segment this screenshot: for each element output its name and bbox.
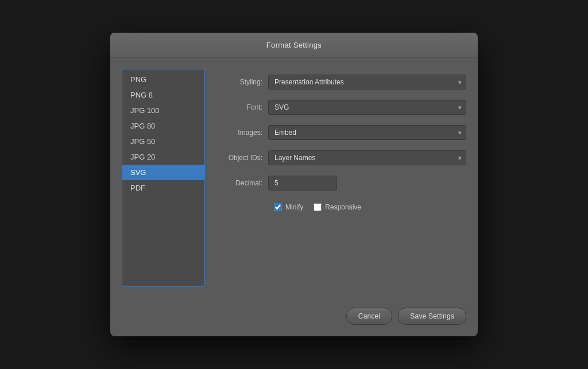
dialog-title: Format Settings	[266, 41, 322, 49]
minify-checkbox-item: Minify	[274, 203, 303, 211]
images-label: Images:	[216, 129, 268, 137]
responsive-checkbox-item: Responsive	[314, 203, 361, 211]
responsive-label[interactable]: Responsive	[325, 203, 361, 211]
checkbox-row: Minify Responsive	[216, 203, 466, 211]
format-item-jpg80[interactable]: JPG 80	[122, 118, 204, 134]
decimal-input[interactable]	[268, 176, 337, 191]
font-select[interactable]: SVG Convert to Outlines None	[268, 100, 466, 115]
settings-panel: Styling: Presentation Attributes Inline …	[216, 69, 466, 287]
format-item-jpg50[interactable]: JPG 50	[122, 134, 204, 149]
styling-label: Styling:	[216, 78, 268, 86]
decimal-row: Decimal:	[216, 176, 466, 191]
styling-row: Styling: Presentation Attributes Inline …	[216, 75, 466, 90]
save-settings-button[interactable]: Save Settings	[398, 308, 466, 325]
format-item-jpg100[interactable]: JPG 100	[122, 103, 204, 118]
responsive-checkbox[interactable]	[314, 203, 322, 211]
font-row: Font: SVG Convert to Outlines None	[216, 100, 466, 115]
minify-label[interactable]: Minify	[285, 203, 303, 211]
backdrop: Format Settings PNG PNG 8 JPG 100 JPG 80…	[0, 0, 588, 369]
object-ids-select-wrapper: Layer Names Minimal Unique	[268, 150, 466, 165]
minify-checkbox[interactable]	[274, 203, 282, 211]
format-item-png8[interactable]: PNG 8	[122, 87, 204, 103]
object-ids-label: Object IDs:	[216, 154, 268, 162]
format-list: PNG PNG 8 JPG 100 JPG 80 JPG 50 JPG 20 S…	[122, 69, 205, 287]
font-label: Font:	[216, 103, 268, 111]
styling-select-wrapper: Presentation Attributes Inline Style Int…	[268, 75, 466, 90]
images-select-wrapper: Embed Link Preserve	[268, 125, 466, 140]
styling-select[interactable]: Presentation Attributes Inline Style Int…	[268, 75, 466, 90]
format-settings-dialog: Format Settings PNG PNG 8 JPG 100 JPG 80…	[110, 33, 478, 336]
dialog-titlebar: Format Settings	[110, 33, 478, 57]
format-item-jpg20[interactable]: JPG 20	[122, 149, 204, 165]
object-ids-select[interactable]: Layer Names Minimal Unique	[268, 150, 466, 165]
cancel-button[interactable]: Cancel	[346, 308, 393, 325]
font-select-wrapper: SVG Convert to Outlines None	[268, 100, 466, 115]
format-item-png[interactable]: PNG	[122, 72, 204, 87]
dialog-content: PNG PNG 8 JPG 100 JPG 80 JPG 50 JPG 20 S…	[110, 57, 478, 298]
images-row: Images: Embed Link Preserve	[216, 125, 466, 140]
format-item-svg[interactable]: SVG	[122, 165, 204, 180]
dialog-footer: Cancel Save Settings	[110, 298, 478, 336]
object-ids-row: Object IDs: Layer Names Minimal Unique	[216, 150, 466, 165]
decimal-label: Decimal:	[216, 179, 268, 187]
images-select[interactable]: Embed Link Preserve	[268, 125, 466, 140]
format-item-pdf[interactable]: PDF	[122, 180, 204, 196]
